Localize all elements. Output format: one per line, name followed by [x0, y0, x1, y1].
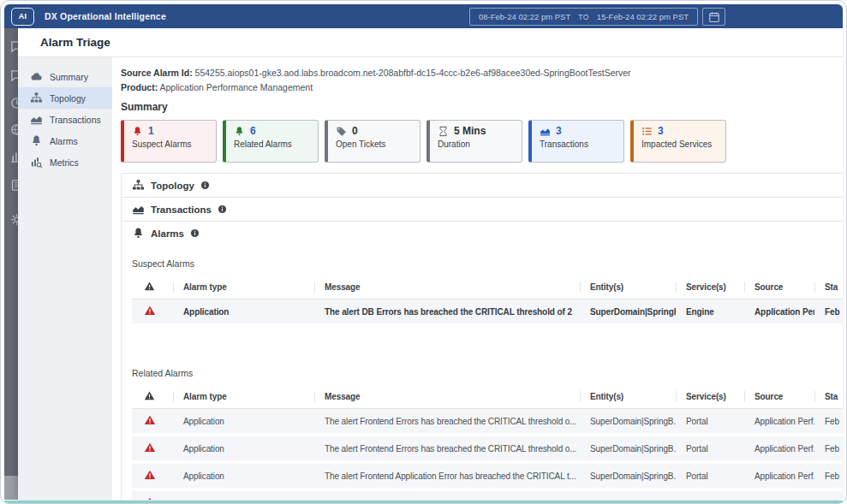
cell-message: The alert Frontend Errors has breached t… [314, 435, 580, 462]
warning-icon [144, 305, 156, 317]
cell-alarm-type: Application [173, 435, 314, 462]
section-header-transactions[interactable]: Transactions [122, 197, 843, 221]
date-to: 15-Feb-24 02:22 pm PST [597, 12, 689, 21]
panel-header: Alarm Triage [18, 28, 843, 57]
app-window: AI DX Operational Intelligence 08-Feb-24… [0, 0, 847, 504]
cell-entity: SuperDomain|SpringB... [580, 462, 676, 489]
ticket-icon [336, 126, 347, 137]
date-range-value[interactable]: 08-Feb-24 02:22 pm PST TO 15-Feb-24 02:2… [469, 8, 698, 26]
card-label: Transactions [540, 139, 616, 149]
section-header-alarms[interactable]: Alarms [122, 221, 843, 245]
alarm-row[interactable]: ApplicationThe alert Frontend Errors has… [132, 435, 843, 462]
topbar: AI DX Operational Intelligence 08-Feb-24… [4, 4, 843, 28]
related-alarms-table: Alarm typeMessageEntity(s)Service(s)Sour… [132, 385, 843, 500]
card-value: 3 [658, 125, 664, 137]
card-label: Open Tickets [336, 139, 412, 149]
suspect-alarms-label: Suspect Alarms [132, 258, 843, 269]
summary-card-open-tickets[interactable]: 0Open Tickets [325, 120, 421, 163]
sidebar-item-label: Transactions [50, 115, 101, 125]
cell-service: Portal [676, 462, 744, 489]
area-chart-icon [540, 126, 551, 137]
date-range-picker[interactable]: 08-Feb-24 02:22 pm PST TO 15-Feb-24 02:2… [469, 8, 725, 26]
summary-card-duration[interactable]: 5 MinsDuration [426, 120, 522, 163]
summary-card-impacted-services[interactable]: 3Impacted Services [630, 120, 726, 163]
summary-cards: 1Suspect Alarms6Related Alarms0Open Tick… [121, 120, 843, 163]
column-header: Service(s) [676, 276, 744, 299]
bottom-accent-bar [4, 501, 843, 503]
cell-alarm-type: Application [173, 299, 314, 326]
area-chart-icon [30, 113, 43, 126]
section-label: Alarms [151, 228, 184, 239]
source-alarm-id: Source Alarm Id: 554255.aiops01-gke3.aod… [121, 68, 843, 78]
column-header: Message [314, 385, 580, 409]
cell-service: Portal [676, 489, 744, 500]
panel-body: SummaryTopologyTransactionsAlarmsMetrics… [18, 57, 843, 500]
column-header: Service(s) [676, 385, 744, 409]
cell-source: Application Perf... [744, 462, 814, 489]
cell-service: Engine [676, 299, 744, 326]
info-icon[interactable] [200, 181, 210, 190]
warning-icon [144, 469, 156, 481]
card-label: Impacted Services [641, 139, 718, 149]
app-logo-icon: AI [11, 8, 34, 26]
column-header: Sta [814, 385, 843, 409]
card-value: 1 [148, 125, 154, 137]
bell-icon [132, 126, 143, 137]
sidebar-item-summary[interactable]: Summary [18, 66, 112, 87]
calendar-icon[interactable] [702, 8, 725, 26]
summary-card-related-alarms[interactable]: 6Related Alarms [223, 120, 319, 163]
section-label: Topology [151, 181, 194, 191]
alarm-row[interactable]: ApplicationThe alert DB Errors has breac… [132, 299, 843, 326]
card-value: 0 [352, 125, 358, 137]
card-value: 6 [250, 125, 256, 137]
bell-icon [234, 126, 245, 137]
sidebar-item-label: Topology [50, 93, 86, 104]
info-icon[interactable] [190, 228, 200, 238]
page-title: Alarm Triage [40, 36, 110, 49]
warning-icon [144, 442, 156, 454]
section-label: Transactions [151, 205, 212, 215]
topology-icon [30, 92, 43, 104]
cell-alarm-type: Application [173, 462, 314, 489]
sidebar-item-topology[interactable]: Topology [18, 87, 112, 109]
summary-card-transactions[interactable]: 3Transactions [528, 120, 624, 163]
cell-start: Feb [814, 462, 843, 489]
metrics-icon [30, 156, 43, 169]
summary-card-suspect-alarms[interactable]: 1Suspect Alarms [121, 120, 217, 163]
warning-icon [144, 414, 156, 426]
card-value: 3 [556, 125, 562, 137]
triage-sidebar: SummaryTopologyTransactionsAlarmsMetrics [18, 57, 112, 500]
sidebar-item-alarms[interactable]: Alarms [18, 130, 112, 151]
alarm-row[interactable]: ApplicationThe alert Frontend App Error … [132, 489, 843, 500]
cell-entity: SuperDomain|SpringB... [580, 489, 676, 500]
app-title: DX Operational Intelligence [45, 11, 166, 21]
cell-start: Feb [814, 299, 843, 326]
alarm-triage-panel: Alarm Triage SummaryTopologyTransactions… [18, 28, 843, 500]
cell-entity: SuperDomain|SpringB... [580, 435, 676, 462]
cell-service: Portal [676, 409, 744, 436]
cell-message: The alert Frontend Application Error has… [314, 462, 580, 489]
section-header-topology[interactable]: Topology [122, 173, 843, 197]
card-label: Suspect Alarms [132, 139, 208, 149]
accordion: TopologyTransactionsAlarmsSuspect Alarms… [121, 173, 843, 500]
info-icon[interactable] [218, 205, 227, 214]
suspect-alarms-table: Alarm typeMessageEntity(s)Service(s)Sour… [132, 276, 843, 327]
warning-icon [144, 496, 156, 500]
cell-alarm-type: Application [173, 409, 314, 436]
alarm-row[interactable]: ApplicationThe alert Frontend Applicatio… [132, 462, 843, 489]
cell-start: Feb [814, 435, 843, 462]
date-from: 08-Feb-24 02:22 pm PST [479, 12, 570, 21]
table-header-row: Alarm typeMessageEntity(s)Service(s)Sour… [132, 276, 843, 299]
column-header: Entity(s) [580, 385, 676, 409]
cell-service: Portal [676, 435, 744, 462]
sidebar-item-metrics[interactable]: Metrics [18, 151, 112, 173]
cell-entity: SuperDomain|SpringBo... [580, 299, 676, 326]
cell-start: Feb [814, 409, 843, 436]
cell-message: The alert Frontend App Error has breache… [314, 489, 580, 500]
sidebar-item-transactions[interactable]: Transactions [18, 109, 112, 130]
bell-icon [132, 227, 145, 240]
cell-message: The alert DB Errors has breached the CRI… [314, 299, 580, 326]
alarm-row[interactable]: ApplicationThe alert Frontend Errors has… [132, 409, 843, 436]
cell-source: Application Perf... [744, 435, 814, 462]
column-header: Sta [814, 276, 843, 299]
